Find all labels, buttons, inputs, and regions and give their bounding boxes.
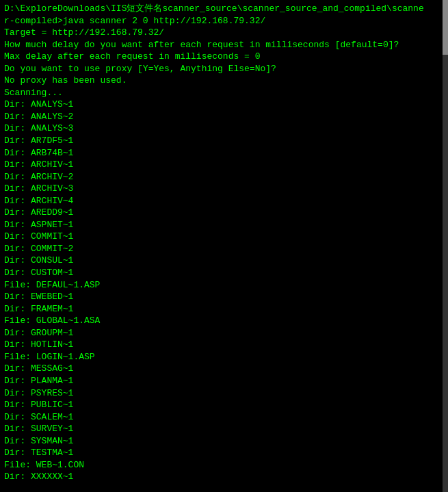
terminal-output: D:\ExploreDownloads\IIS短文件名scanner_sourc… (4, 3, 444, 483)
terminal-line: Dir: PLANMA~1 (4, 375, 444, 387)
terminal-line: Dir: ARCHIV~3 (4, 183, 444, 195)
terminal-line: Target = http://192.168.79.32/ (4, 27, 444, 39)
terminal-line: Dir: ARCHIV~4 (4, 195, 444, 207)
terminal-line: Dir: HOTLIN~1 (4, 339, 444, 351)
terminal-line: Dir: ARB74B~1 (4, 147, 444, 159)
terminal-window: D:\ExploreDownloads\IIS短文件名scanner_sourc… (0, 0, 448, 492)
terminal-line: Dir: COMMIT~1 (4, 231, 444, 243)
terminal-line: Dir: MESSAG~1 (4, 363, 444, 375)
terminal-line: Dir: PSYRES~1 (4, 387, 444, 400)
terminal-line: Dir: XXXXXX~1 (4, 471, 444, 483)
terminal-line: Dir: COMMIT~2 (4, 243, 444, 255)
terminal-line: Dir: ARCHIV~2 (4, 171, 444, 183)
terminal-line: File: DEFAUL~1.ASP (4, 279, 444, 292)
terminal-line: File: GLOBAL~1.ASA (4, 315, 444, 327)
terminal-line: Dir: EWEBED~1 (4, 291, 444, 303)
terminal-line: r-compiled>java scanner 2 0 http://192.1… (4, 15, 444, 27)
terminal-line: Dir: AR7DF5~1 (4, 135, 444, 147)
terminal-line: Dir: SURVEY~1 (4, 423, 444, 435)
terminal-line: Scanning... (4, 87, 444, 99)
terminal-line: Dir: ANALYS~3 (4, 122, 444, 135)
terminal-line: Dir: ARCHIV~1 (4, 159, 444, 171)
terminal-line: Dir: GROUPM~1 (4, 327, 444, 339)
scrollbar[interactable] (443, 0, 448, 492)
terminal-line: Dir: ANALYS~2 (4, 111, 444, 123)
terminal-line: Dir: SCALEM~1 (4, 411, 444, 424)
terminal-line: Dir: ANALYS~1 (4, 99, 444, 111)
terminal-line: Do you want to use proxy [Y=Yes, Anythin… (4, 63, 444, 75)
terminal-line: File: WEB~1.CON (4, 459, 444, 471)
terminal-line: File: LOGIN~1.ASP (4, 351, 444, 363)
terminal-line: No proxy has been used. (4, 75, 444, 87)
terminal-line: Max delay after each request in millisec… (4, 51, 444, 63)
terminal-line: Dir: PUBLIC~1 (4, 399, 444, 411)
terminal-line: How much delay do you want after each re… (4, 39, 444, 51)
scrollbar-thumb[interactable] (443, 0, 448, 55)
terminal-line: Dir: FRAMEM~1 (4, 303, 444, 315)
terminal-line: D:\ExploreDownloads\IIS短文件名scanner_sourc… (4, 3, 444, 15)
terminal-line: Dir: ASPNET~1 (4, 219, 444, 231)
terminal-line: Dir: CUSTOM~1 (4, 267, 444, 279)
terminal-line: Dir: CONSUL~1 (4, 255, 444, 267)
terminal-line: Dir: TESTMA~1 (4, 447, 444, 459)
terminal-line: Dir: SYSMAN~1 (4, 435, 444, 448)
terminal-line: Dir: AREDD9~1 (4, 207, 444, 219)
